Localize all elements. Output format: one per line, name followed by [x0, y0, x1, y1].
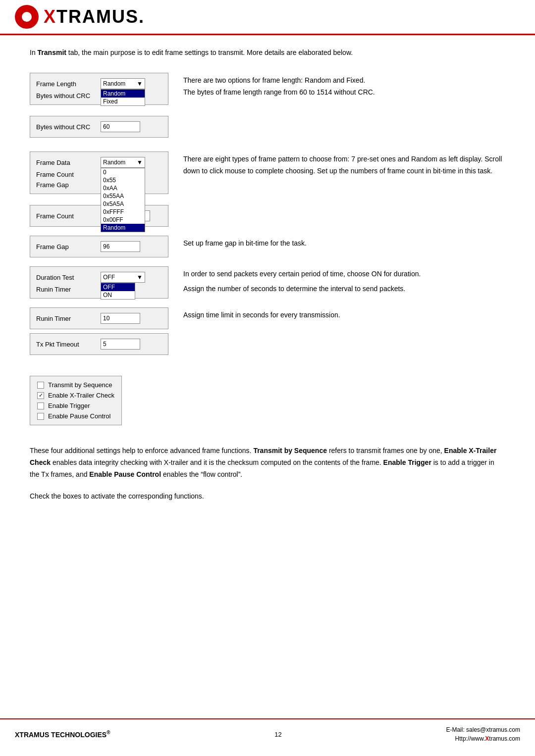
enable-x-trailer-checkbox[interactable]	[37, 392, 44, 399]
enable-x-trailer-row: Enable X-Trailer Check	[37, 392, 114, 399]
frame-data-value: Random	[103, 159, 125, 166]
frame-length-label: Frame Length	[36, 80, 101, 88]
frame-data-option-0x55[interactable]: 0x55	[101, 176, 145, 184]
frame-data-controls: Frame Data Random ▼ 0 0x55 0xAA 0x55AA 0…	[30, 151, 168, 200]
logo-icon	[15, 5, 39, 29]
frame-gap-desc: Set up frame gap in bit-time for the tas…	[183, 238, 505, 250]
frame-data-option-0x00FF[interactable]: 0x00FF	[101, 216, 145, 224]
frame-data-option-0x5A5A[interactable]: 0x5A5A	[101, 200, 145, 208]
duration-dropdown-header[interactable]: OFF ▼	[101, 272, 145, 283]
logo-tramus: TRAMUS.	[56, 6, 145, 27]
frame-length-dropdown[interactable]: Random ▼ Random Fixed	[101, 78, 145, 89]
tx-pkt-timeout-row: Tx Pkt Timeout	[36, 339, 162, 350]
duration-value: OFF	[103, 274, 115, 281]
runin-timer-desc-right: Assign time limit in seconds for every t…	[183, 307, 505, 335]
frame-data-label: Frame Data	[36, 159, 101, 166]
frame-length-option-fixed[interactable]: Fixed	[101, 98, 145, 105]
enable-pause-control-checkbox[interactable]	[37, 413, 44, 420]
frame-length-dropdown-list: Random Fixed	[101, 89, 145, 106]
frame-length-panel: Frame Length Random ▼ Random Fixed Bytes…	[30, 73, 168, 105]
enable-x-trailer-label: Enable X-Trailer Check	[48, 392, 114, 399]
enable-trigger-label: Enable Trigger	[48, 402, 90, 409]
frame-data-option-0x55AA[interactable]: 0x55AA	[101, 192, 145, 200]
frame-gap-label: Frame Gap	[36, 243, 101, 251]
enable-pause-control-label: Enable Pause Control	[48, 412, 110, 420]
header: XTRAMUS.	[0, 0, 535, 35]
frame-length-value: Random	[103, 80, 125, 87]
tx-pkt-timeout-input[interactable]	[101, 339, 140, 350]
logo-text: XTRAMUS.	[44, 6, 145, 27]
footer-registered: ®	[107, 730, 110, 735]
footer-website: Http://www.Xtramus.com	[446, 734, 520, 743]
frame-length-arrow: ▼	[137, 80, 143, 87]
frame-length-description: There are two options for frame length: …	[183, 73, 505, 111]
frame-length-desc-line2: The bytes of frame length range from 60 …	[183, 87, 505, 99]
duration-option-off[interactable]: OFF	[101, 283, 135, 291]
footer-http: Http://www.	[455, 735, 485, 742]
duration-dropdown[interactable]: OFF ▼ OFF ON	[101, 272, 145, 283]
frame-length-row: Frame Length Random ▼ Random Fixed	[36, 78, 162, 89]
intro-paragraph: In Transmit tab, the main purpose is to …	[30, 47, 505, 58]
frame-data-row: Frame Data Random ▼ 0 0x55 0xAA 0x55AA 0…	[36, 157, 162, 168]
frame-data-dropdown[interactable]: Random ▼ 0 0x55 0xAA 0x55AA 0x5A5A 0xFFF…	[101, 157, 145, 168]
body-text-1: These four additional settings help to e…	[30, 445, 505, 480]
frame-data-panel: Frame Data Random ▼ 0 0x55 0xAA 0x55AA 0…	[30, 151, 168, 194]
runin-timer-controls: Runin Timer	[30, 307, 168, 335]
duration-panel: Duration Test OFF ▼ OFF ON Runin Timer	[30, 266, 168, 299]
frame-length-section: Frame Length Random ▼ Random Fixed Bytes…	[30, 73, 505, 111]
frame-length-desc-line1: There are two options for frame length: …	[183, 75, 505, 87]
frame-count-controls: Frame Count	[30, 205, 168, 233]
bytes-crc-input-label: Bytes without CRC	[36, 123, 101, 131]
enable-pause-control-row: Enable Pause Control	[37, 412, 114, 420]
footer-domain: tramus.com	[489, 735, 520, 742]
frame-length-dropdown-header[interactable]: Random ▼	[101, 78, 145, 89]
frame-count-label2: Frame Count	[36, 171, 101, 178]
footer-page-number: 12	[274, 731, 281, 738]
tx-pkt-timeout-panel: Tx Pkt Timeout	[30, 333, 168, 355]
checkboxes-panel: Transmit by Sequence Enable X-Trailer Ch…	[30, 376, 122, 425]
main-content: In Transmit tab, the main purpose is to …	[0, 35, 535, 748]
transmit-by-sequence-checkbox[interactable]	[37, 382, 44, 389]
footer: XTRAMUS TECHNOLOGIES® 12 E-Mail: sales@x…	[0, 720, 535, 748]
bytes-crc-input[interactable]	[101, 121, 140, 132]
duration-option-on[interactable]: ON	[101, 291, 135, 299]
tx-pkt-timeout-label: Tx Pkt Timeout	[36, 341, 101, 348]
bytes-crc-spacer	[183, 116, 505, 144]
frame-gap-input[interactable]	[101, 241, 140, 252]
duration-desc-line1: In order to send packets every certain p…	[183, 268, 505, 280]
runin-timer-input[interactable]	[101, 313, 140, 324]
frame-gap-description: Set up frame gap in bit-time for the tas…	[183, 236, 505, 263]
bytes-crc-panel: Bytes without CRC	[30, 116, 168, 138]
bytes-without-crc-label: Bytes without CRC	[36, 92, 101, 100]
footer-xtramus-text: XTRAMUS TECHNOLOGIES	[15, 731, 107, 739]
duration-desc-line3: Assign time limit in seconds for every t…	[183, 309, 505, 321]
footer-contact: E-Mail: sales@xtramus.com Http://www.Xtr…	[446, 725, 520, 743]
frame-data-arrow: ▼	[137, 159, 143, 166]
frame-count-panel: Frame Count	[30, 205, 168, 227]
frame-data-option-0xFFFF[interactable]: 0xFFFF	[101, 208, 145, 216]
tx-pkt-timeout-controls: Tx Pkt Timeout	[30, 333, 168, 361]
duration-description: In order to send packets every certain p…	[183, 266, 505, 304]
enable-trigger-checkbox[interactable]	[37, 403, 44, 409]
frame-gap-label2: Frame Gap	[36, 181, 101, 189]
tx-pkt-timeout-spacer	[183, 333, 505, 361]
logo-x: X	[44, 6, 56, 27]
frame-length-option-random[interactable]: Random	[101, 90, 145, 98]
runin-timer-label2: Runin Timer	[36, 286, 101, 293]
frame-data-option-0[interactable]: 0	[101, 168, 145, 176]
frame-data-dropdown-header[interactable]: Random ▼	[101, 157, 145, 168]
body-text-2: Check the boxes to activate the correspo…	[30, 491, 505, 503]
bytes-crc-controls: Bytes without CRC	[30, 116, 168, 144]
runin-timer-label: Runin Timer	[36, 315, 101, 322]
logo-circle-inner	[22, 12, 32, 22]
frame-data-option-random[interactable]: Random	[101, 224, 145, 232]
frame-data-description: There are eight types of frame pattern t…	[183, 151, 505, 200]
body-paragraph-1: These four additional settings help to e…	[30, 445, 505, 480]
frame-data-option-0xAA[interactable]: 0xAA	[101, 184, 145, 192]
frame-gap-row: Frame Gap	[36, 241, 162, 252]
frame-data-section: Frame Data Random ▼ 0 0x55 0xAA 0x55AA 0…	[30, 151, 505, 200]
duration-desc-line2: Assign the number of seconds to determin…	[183, 283, 505, 295]
enable-trigger-row: Enable Trigger	[37, 402, 114, 409]
runin-timer-panel: Runin Timer	[30, 307, 168, 329]
footer-divider	[0, 718, 535, 719]
